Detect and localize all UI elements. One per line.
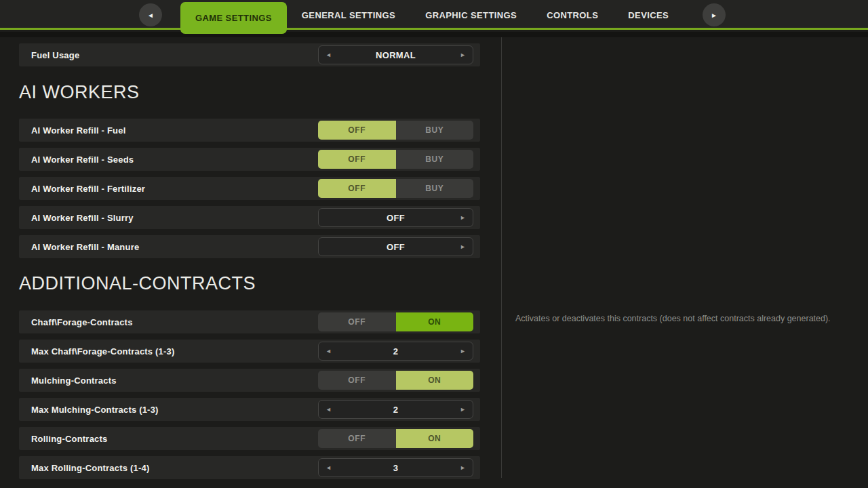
toggle-option-off[interactable]: OFF: [318, 429, 396, 448]
settings-screen: ◄ GAME SETTINGS GENERAL SETTINGS GRAPHIC…: [0, 0, 868, 488]
arrow-right-icon[interactable]: ►: [460, 215, 466, 221]
setting-row-max-mulching-contracts: Max Mulching-Contracts (1-3) ◄ 2 ►: [19, 398, 480, 421]
max-mulching-stepper[interactable]: ◄ 2 ►: [318, 400, 473, 419]
panel-divider: [501, 37, 502, 478]
setting-label: Max Rolling-Contracts (1-4): [31, 463, 149, 473]
tab-controls[interactable]: CONTROLS: [532, 0, 613, 30]
toggle-option-off[interactable]: OFF: [318, 371, 396, 390]
setting-label: AI Worker Refill - Seeds: [31, 155, 134, 165]
setting-row-mulching-contracts: Mulching-Contracts OFF ON: [19, 369, 480, 392]
tab-devices[interactable]: DEVICES: [613, 0, 684, 30]
setting-row-refill-seeds: AI Worker Refill - Seeds OFF BUY: [19, 148, 480, 171]
rolling-contracts-toggle: OFF ON: [318, 429, 473, 448]
refill-fuel-toggle: OFF BUY: [318, 121, 473, 140]
max-chaff-forage-stepper[interactable]: ◄ 2 ►: [318, 342, 473, 361]
setting-row-refill-fuel: AI Worker Refill - Fuel OFF BUY: [19, 119, 480, 142]
setting-label: Mulching-Contracts: [31, 375, 117, 386]
toggle-option-buy[interactable]: BUY: [396, 179, 474, 198]
setting-row-fuel-usage: Fuel Usage ◄ NORMAL ►: [19, 43, 480, 66]
setting-label: AI Worker Refill - Manure: [31, 242, 139, 252]
toggle-option-buy[interactable]: BUY: [396, 150, 474, 169]
toggle-option-off[interactable]: OFF: [318, 150, 396, 169]
toggle-option-off[interactable]: OFF: [318, 121, 396, 140]
setting-label: Fuel Usage: [31, 50, 79, 60]
toggle-option-on[interactable]: ON: [396, 312, 474, 331]
toggle-option-off[interactable]: OFF: [318, 312, 396, 331]
refill-manure-selector[interactable]: ◄ OFF ►: [318, 237, 473, 256]
setting-row-refill-slurry: AI Worker Refill - Slurry ◄ OFF ►: [19, 206, 480, 229]
setting-label: Max Chaff\Forage-Contracts (1-3): [31, 346, 175, 357]
selector-value: NORMAL: [319, 50, 473, 60]
mulching-contracts-toggle: OFF ON: [318, 371, 473, 390]
refill-fertilizer-toggle: OFF BUY: [318, 179, 473, 198]
prev-tab-button[interactable]: ◄: [139, 3, 162, 26]
tab-game-settings[interactable]: GAME SETTINGS: [180, 2, 287, 34]
arrow-left-icon[interactable]: ◄: [326, 348, 332, 354]
arrow-left-icon[interactable]: ◄: [326, 465, 332, 471]
section-heading-ai-workers: AI WORKERS: [19, 82, 480, 102]
setting-label: AI Worker Refill - Fuel: [31, 125, 125, 136]
stepper-value: 2: [319, 405, 473, 415]
refill-seeds-toggle: OFF BUY: [318, 150, 473, 169]
arrow-right-icon[interactable]: ►: [460, 348, 466, 354]
arrow-right-icon[interactable]: ►: [460, 52, 466, 58]
settings-panel: Fuel Usage ◄ NORMAL ► AI WORKERS AI Work…: [19, 43, 480, 485]
setting-label: Max Mulching-Contracts (1-3): [31, 405, 159, 415]
fuel-usage-selector[interactable]: ◄ NORMAL ►: [318, 45, 473, 64]
refill-slurry-selector[interactable]: ◄ OFF ►: [318, 208, 473, 227]
chaff-forage-contracts-toggle: OFF ON: [318, 312, 473, 331]
next-tab-button[interactable]: ►: [703, 3, 726, 26]
setting-row-rolling-contracts: Rolling-Contracts OFF ON: [19, 427, 480, 450]
tab-bar: ◄ GAME SETTINGS GENERAL SETTINGS GRAPHIC…: [0, 0, 868, 30]
setting-help-text: Activates or deactivates this contracts …: [515, 313, 858, 324]
arrow-left-icon[interactable]: ◄: [326, 407, 332, 413]
toggle-option-on[interactable]: ON: [396, 371, 474, 390]
toggle-option-off[interactable]: OFF: [318, 179, 396, 198]
setting-row-max-rolling-contracts: Max Rolling-Contracts (1-4) ◄ 3 ►: [19, 456, 480, 479]
arrow-left-icon: ◄: [147, 12, 154, 19]
arrow-right-icon[interactable]: ►: [460, 244, 466, 250]
stepper-value: 2: [319, 346, 473, 357]
arrow-right-icon: ►: [711, 12, 717, 19]
setting-row-max-chaff-forage-contracts: Max Chaff\Forage-Contracts (1-3) ◄ 2 ►: [19, 340, 480, 363]
tab-bar-shadow-strip: [0, 32, 868, 37]
tab-general-settings[interactable]: GENERAL SETTINGS: [287, 0, 410, 30]
tab-graphic-settings[interactable]: GRAPHIC SETTINGS: [410, 0, 532, 30]
setting-label: AI Worker Refill - Slurry: [31, 213, 134, 223]
setting-label: AI Worker Refill - Fertilizer: [31, 184, 145, 194]
toggle-option-buy[interactable]: BUY: [396, 121, 474, 140]
section-heading-additional-contracts: ADDITIONAL-CONTRACTS: [19, 273, 480, 293]
arrow-left-icon[interactable]: ◄: [326, 52, 332, 58]
arrow-right-icon[interactable]: ►: [460, 407, 466, 413]
max-rolling-stepper[interactable]: ◄ 3 ►: [318, 458, 473, 477]
setting-label: Chaff\Forage-Contracts: [31, 317, 133, 327]
setting-row-refill-manure: AI Worker Refill - Manure ◄ OFF ►: [19, 235, 480, 258]
setting-row-refill-fertilizer: AI Worker Refill - Fertilizer OFF BUY: [19, 177, 480, 200]
selector-value: OFF: [319, 213, 473, 223]
selector-value: OFF: [319, 242, 473, 252]
setting-row-chaff-forage-contracts: Chaff\Forage-Contracts OFF ON: [19, 310, 480, 333]
tab-list: GAME SETTINGS GENERAL SETTINGS GRAPHIC S…: [180, 0, 684, 30]
toggle-option-on[interactable]: ON: [396, 429, 474, 448]
setting-label: Rolling-Contracts: [31, 434, 107, 444]
stepper-value: 3: [319, 463, 473, 473]
arrow-right-icon[interactable]: ►: [460, 465, 466, 471]
